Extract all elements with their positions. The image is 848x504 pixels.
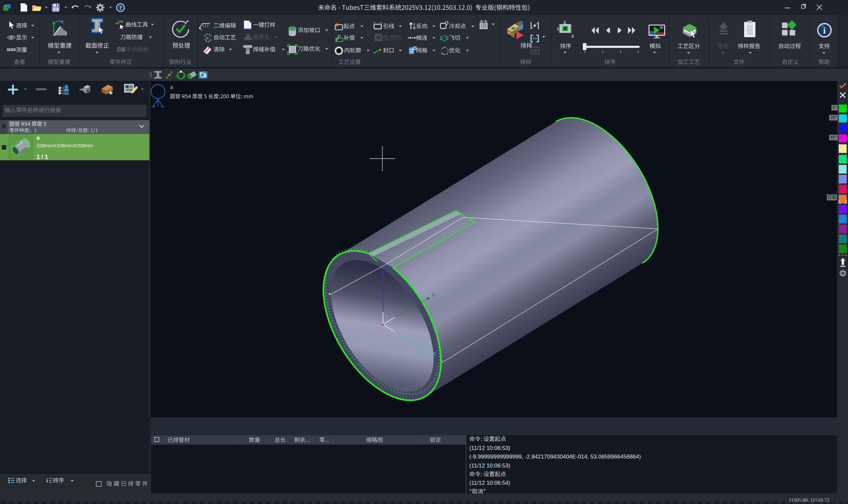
- svg-text:X: X: [432, 351, 436, 357]
- svg-text:0: 0: [440, 35, 443, 41]
- svg-text:Y: Y: [432, 293, 436, 299]
- svg-text:?: ?: [119, 5, 122, 11]
- svg-text:2: 2: [564, 20, 566, 24]
- svg-text:Z: Z: [384, 265, 387, 270]
- svg-text:3: 3: [571, 34, 573, 38]
- svg-text:00: 00: [532, 48, 537, 53]
- svg-text:i: i: [823, 25, 826, 36]
- svg-text:1: 1: [557, 27, 559, 31]
